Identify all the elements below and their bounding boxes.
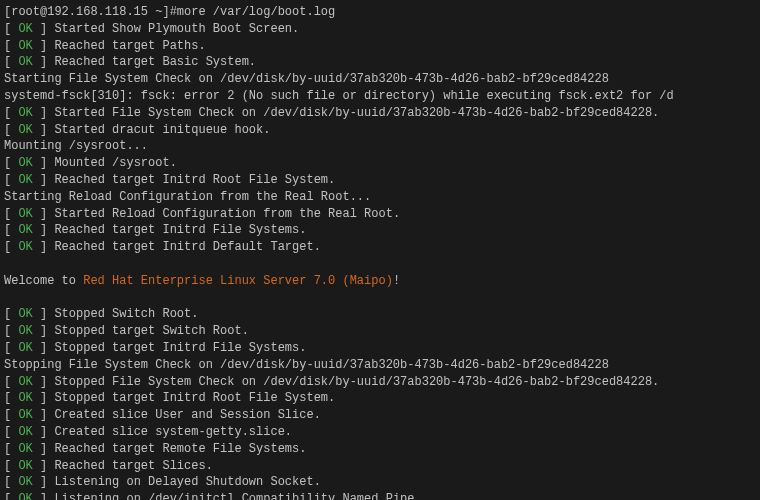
log-message: Stopped Switch Root. [54, 307, 198, 321]
bracket-open: [ [4, 223, 18, 237]
status-ok: OK [18, 375, 32, 389]
log-message: Mounting /sysroot... [4, 139, 148, 153]
status-ok: OK [18, 307, 32, 321]
log-message: Started Show Plymouth Boot Screen. [54, 22, 299, 36]
status-ok: OK [18, 492, 32, 500]
log-message: Reached target Initrd File Systems. [54, 223, 306, 237]
bracket-open: [ [4, 492, 18, 500]
bracket-close: ] [33, 324, 55, 338]
bracket-close: ] [33, 223, 55, 237]
welcome-line: Welcome to Red Hat Enterprise Linux Serv… [4, 273, 756, 290]
log-line: [ OK ] Started Reload Configuration from… [4, 206, 756, 223]
log-message: Stopping File System Check on /dev/disk/… [4, 358, 609, 372]
bracket-close: ] [33, 425, 55, 439]
bracket-open: [ [4, 173, 18, 187]
status-ok: OK [18, 207, 32, 221]
bracket-close: ] [33, 307, 55, 321]
log-message: Reached target Initrd Root File System. [54, 173, 335, 187]
bracket-open: [ [4, 55, 18, 69]
bracket-close: ] [33, 123, 55, 137]
log-line: Stopping File System Check on /dev/disk/… [4, 357, 756, 374]
bracket-open: [ [4, 408, 18, 422]
bracket-close: ] [33, 39, 55, 53]
bracket-open: [ [4, 425, 18, 439]
log-line: [ OK ] Created slice system-getty.slice. [4, 424, 756, 441]
log-message: Reached target Basic System. [54, 55, 256, 69]
bracket-close: ] [33, 391, 55, 405]
status-ok: OK [18, 55, 32, 69]
bracket-open: [ [4, 39, 18, 53]
status-ok: OK [18, 22, 32, 36]
log-message: Listening on Delayed Shutdown Socket. [54, 475, 320, 489]
bracket-open: [ [4, 341, 18, 355]
bracket-open: [ [4, 307, 18, 321]
welcome-prefix: Welcome to [4, 274, 83, 288]
status-ok: OK [18, 240, 32, 254]
log-line: [ OK ] Listening on Delayed Shutdown Soc… [4, 474, 756, 491]
bracket-open: [ [4, 156, 18, 170]
log-message: Stopped target Initrd File Systems. [54, 341, 306, 355]
blank-line [4, 256, 756, 273]
bracket-open: [ [4, 459, 18, 473]
log-message: Created slice User and Session Slice. [54, 408, 320, 422]
log-message: Started File System Check on /dev/disk/b… [54, 106, 659, 120]
log-line: [ OK ] Created slice User and Session Sl… [4, 407, 756, 424]
log-message: Started Reload Configuration from the Re… [54, 207, 400, 221]
bracket-close: ] [33, 156, 55, 170]
status-ok: OK [18, 391, 32, 405]
terminal-output: [root@192.168.118.15 ~]#more /var/log/bo… [4, 4, 756, 500]
status-ok: OK [18, 156, 32, 170]
log-line: [ OK ] Reached target Initrd Default Tar… [4, 239, 756, 256]
bracket-close: ] [33, 341, 55, 355]
bracket-open: [ [4, 123, 18, 137]
log-message: Reached target Slices. [54, 459, 212, 473]
bracket-open: [ [4, 324, 18, 338]
log-message: Stopped target Initrd Root File System. [54, 391, 335, 405]
log-line: [ OK ] Reached target Remote File System… [4, 441, 756, 458]
bracket-close: ] [33, 375, 55, 389]
bracket-close: ] [33, 459, 55, 473]
log-message: Reached target Initrd Default Target. [54, 240, 320, 254]
log-line: [ OK ] Listening on /dev/initctl Compati… [4, 491, 756, 500]
log-line: [ OK ] Reached target Basic System. [4, 54, 756, 71]
bracket-open: [ [4, 207, 18, 221]
error-line: systemd-fsck[310]: fsck: error 2 (No suc… [4, 88, 756, 105]
log-line: [ OK ] Stopped File System Check on /dev… [4, 374, 756, 391]
shell-prompt: [root@192.168.118.15 ~]#more /var/log/bo… [4, 4, 756, 21]
log-message: Created slice system-getty.slice. [54, 425, 292, 439]
bracket-close: ] [33, 240, 55, 254]
log-message: Started dracut initqueue hook. [54, 123, 270, 137]
log-line: [ OK ] Reached target Paths. [4, 38, 756, 55]
log-line: [ OK ] Stopped Switch Root. [4, 306, 756, 323]
status-ok: OK [18, 173, 32, 187]
bracket-close: ] [33, 442, 55, 456]
log-line: [ OK ] Stopped target Initrd Root File S… [4, 390, 756, 407]
bracket-close: ] [33, 173, 55, 187]
log-line: Mounting /sysroot... [4, 138, 756, 155]
rhel-name: Red Hat Enterprise Linux Server 7.0 (Mai… [83, 274, 393, 288]
bracket-close: ] [33, 207, 55, 221]
bracket-open: [ [4, 442, 18, 456]
log-line: [ OK ] Mounted /sysroot. [4, 155, 756, 172]
log-message: Stopped target Switch Root. [54, 324, 248, 338]
status-ok: OK [18, 324, 32, 338]
log-line: [ OK ] Stopped target Initrd File System… [4, 340, 756, 357]
log-message: Starting Reload Configuration from the R… [4, 190, 371, 204]
status-ok: OK [18, 425, 32, 439]
status-ok: OK [18, 106, 32, 120]
log-message: Mounted /sysroot. [54, 156, 176, 170]
bracket-close: ] [33, 55, 55, 69]
log-line: [ OK ] Started Show Plymouth Boot Screen… [4, 21, 756, 38]
log-line: [ OK ] Started dracut initqueue hook. [4, 122, 756, 139]
log-line: [ OK ] Stopped target Switch Root. [4, 323, 756, 340]
bracket-open: [ [4, 106, 18, 120]
status-ok: OK [18, 223, 32, 237]
status-ok: OK [18, 123, 32, 137]
log-line: Starting File System Check on /dev/disk/… [4, 71, 756, 88]
status-ok: OK [18, 459, 32, 473]
bracket-close: ] [33, 22, 55, 36]
status-ok: OK [18, 475, 32, 489]
welcome-suffix: ! [393, 274, 400, 288]
bracket-open: [ [4, 475, 18, 489]
bracket-open: [ [4, 391, 18, 405]
